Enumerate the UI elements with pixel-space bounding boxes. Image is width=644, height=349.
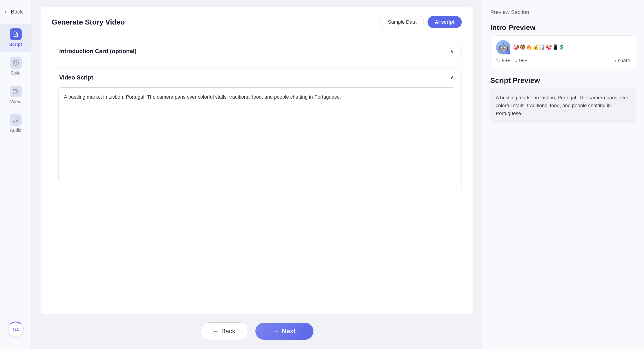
intro-preview-card: 🤖 ✓ 🎯🦁🔥💰📊🎯📱💲 ♡ 99+ ○ 99+ <box>490 35 636 68</box>
sample-data-button[interactable]: Sample Data <box>380 16 424 28</box>
script-icon-bg <box>10 28 22 40</box>
script-section-header[interactable]: Video Script <box>52 68 462 87</box>
back-button[interactable]: ← Back <box>0 6 31 17</box>
bottom-next-arrow-icon: → <box>274 328 280 335</box>
intro-stats: ♡ 99+ ○ 99+ ↑ share <box>496 58 630 64</box>
bottom-back-button[interactable]: ← Back <box>200 322 248 340</box>
svg-point-2 <box>16 62 17 63</box>
page-title: Generate Story Video <box>52 18 125 26</box>
script-section-title: Video Script <box>59 74 93 81</box>
sidebar-item-script[interactable]: Script <box>0 24 31 52</box>
script-icon <box>12 31 19 37</box>
script-preview-box: A bustling market in Lisbon, Portugal. T… <box>490 88 636 123</box>
card-header: Generate Story Video Sample Data AI scri… <box>52 16 462 35</box>
emoji-row: 🎯🦁🔥💰📊🎯📱💲 <box>513 44 565 50</box>
accordion-header[interactable]: Introduction Card (optional) <box>52 42 462 61</box>
accordion-title: Introduction Card (optional) <box>59 48 136 55</box>
bottom-next-button[interactable]: → Next <box>256 323 314 340</box>
video-icon-bg <box>10 86 22 97</box>
comments-count: 99+ <box>519 58 528 64</box>
svg-point-0 <box>13 60 18 65</box>
preview-panel: Preview Section Intro Preview 🤖 ✓ 🎯🦁🔥💰📊🎯… <box>482 0 644 349</box>
sidebar-nav: Script Style Video <box>0 24 31 138</box>
sidebar-item-video[interactable]: Video <box>0 81 31 109</box>
video-icon <box>12 88 19 95</box>
svg-point-5 <box>13 121 15 123</box>
main-card: Generate Story Video Sample Data AI scri… <box>40 7 473 314</box>
video-label: Video <box>10 99 22 104</box>
preview-section-label: Preview Section <box>490 9 636 15</box>
avatar-verified-badge: ✓ <box>506 50 510 55</box>
intro-card-top: 🤖 ✓ 🎯🦁🔥💰📊🎯📱💲 <box>496 40 630 55</box>
script-chevron-up-icon <box>450 74 454 81</box>
share-label: share <box>618 58 630 64</box>
bottom-navigation: ← Back → Next <box>40 314 473 349</box>
script-preview-section: Script Preview A bustling market in Lisb… <box>490 76 636 123</box>
ai-script-button[interactable]: AI script <box>428 16 462 28</box>
intro-preview-title: Intro Preview <box>490 24 636 32</box>
audio-icon-bg <box>10 114 22 126</box>
script-label: Script <box>9 42 22 47</box>
progress-indicator: 1/4 <box>8 321 24 338</box>
script-textarea[interactable] <box>58 87 455 182</box>
bottom-back-arrow-icon: ← <box>213 328 219 335</box>
share-icon: ↑ <box>614 58 616 63</box>
accordion-chevron-down-icon <box>450 48 454 55</box>
intro-preview-section: Intro Preview 🤖 ✓ 🎯🦁🔥💰📊🎯📱💲 ♡ 99+ <box>490 24 636 68</box>
style-icon <box>12 60 19 66</box>
script-body <box>52 87 462 189</box>
back-label: Back <box>11 9 23 15</box>
heart-icon: ♡ <box>496 58 500 64</box>
comments-stat: ○ 99+ <box>514 58 528 64</box>
style-label: Style <box>10 71 20 76</box>
bottom-next-label: Next <box>282 328 296 335</box>
bottom-back-label: Back <box>222 328 235 335</box>
avatar: 🤖 ✓ <box>496 40 510 55</box>
comment-icon: ○ <box>514 58 518 64</box>
introduction-card-accordion: Introduction Card (optional) <box>52 41 462 61</box>
header-buttons: Sample Data AI script <box>380 16 462 28</box>
audio-label: Audio <box>10 128 22 133</box>
likes-count: 99+ <box>502 58 510 64</box>
main-content: Generate Story Video Sample Data AI scri… <box>32 0 482 349</box>
sidebar-item-style[interactable]: Style <box>0 53 31 80</box>
back-arrow-icon: ← <box>4 9 9 15</box>
intro-card-meta: 🎯🦁🔥💰📊🎯📱💲 <box>513 44 565 50</box>
svg-point-6 <box>16 120 18 122</box>
style-icon-bg <box>10 57 22 69</box>
svg-point-1 <box>14 62 15 63</box>
share-stat: ↑ share <box>614 58 630 64</box>
progress-text: 1/4 <box>12 327 19 332</box>
sidebar: ← Back Script Style <box>0 0 32 349</box>
video-script-section: Video Script <box>52 68 462 189</box>
sidebar-item-audio[interactable]: Audio <box>0 110 31 137</box>
likes-stat: ♡ 99+ <box>496 58 510 64</box>
audio-icon <box>12 117 19 123</box>
script-preview-title: Script Preview <box>490 76 636 85</box>
svg-rect-3 <box>13 90 17 93</box>
intro-stats-row: ♡ 99+ ○ 99+ ↑ share <box>496 58 630 64</box>
